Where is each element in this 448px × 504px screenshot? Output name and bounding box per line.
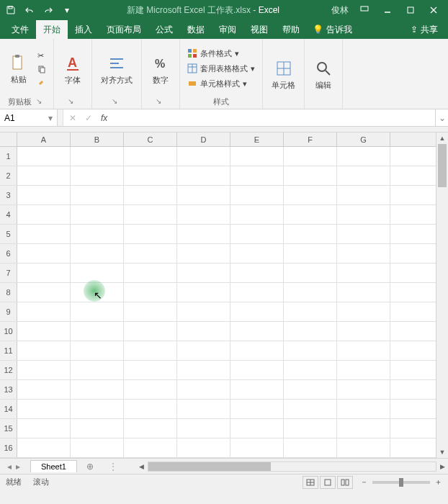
copy-button[interactable] — [36, 64, 48, 74]
maximize-icon[interactable] — [399, 2, 422, 18]
sheet-tab-1[interactable]: Sheet1 — [30, 460, 77, 472]
cell[interactable] — [17, 400, 71, 418]
cell[interactable] — [230, 322, 284, 341]
cell[interactable] — [124, 380, 177, 399]
cell[interactable] — [337, 283, 390, 302]
cell[interactable] — [177, 302, 230, 321]
save-icon[interactable] — [3, 2, 19, 18]
cell[interactable] — [71, 302, 124, 321]
cell[interactable] — [284, 166, 337, 185]
cell[interactable] — [284, 400, 337, 418]
row-header[interactable]: 15 — [0, 419, 17, 438]
row-header[interactable]: 1 — [0, 147, 17, 166]
cell[interactable] — [17, 341, 71, 360]
sheet-nav-next-icon[interactable]: ▸ — [16, 462, 20, 472]
cell[interactable] — [284, 438, 337, 457]
cell[interactable] — [17, 225, 71, 243]
cell[interactable] — [71, 205, 124, 224]
minimize-icon[interactable] — [376, 2, 399, 18]
tab-help[interactable]: 帮助 — [275, 20, 307, 39]
tab-review[interactable]: 审阅 — [212, 20, 243, 39]
view-normal-icon[interactable] — [303, 476, 318, 489]
cell[interactable] — [124, 361, 177, 379]
cell[interactable] — [230, 225, 284, 243]
cell[interactable] — [71, 283, 124, 302]
tab-home[interactable]: 开始 — [36, 20, 68, 39]
clipboard-launcher-icon[interactable]: ↘ — [36, 97, 46, 107]
cell[interactable] — [71, 438, 124, 457]
cell[interactable] — [177, 438, 230, 457]
cell[interactable] — [71, 244, 124, 263]
row-header[interactable]: 13 — [0, 380, 17, 399]
cell[interactable] — [337, 419, 390, 438]
user-name[interactable]: 俊林 — [331, 4, 349, 17]
table-format-button[interactable]: 套用表格格式 ▾ — [186, 63, 256, 75]
cell[interactable] — [71, 147, 124, 166]
cell[interactable] — [124, 341, 177, 360]
tab-insert[interactable]: 插入 — [68, 20, 99, 39]
cell[interactable] — [337, 225, 390, 243]
row-header[interactable]: 11 — [0, 341, 17, 360]
horizontal-scrollbar[interactable]: ◀ ▶ — [136, 462, 448, 472]
cell[interactable] — [230, 438, 284, 457]
cell[interactable] — [177, 205, 230, 224]
cell[interactable] — [17, 186, 71, 204]
cell[interactable] — [17, 419, 71, 438]
cell[interactable] — [71, 380, 124, 399]
cell[interactable] — [17, 147, 71, 166]
cell[interactable] — [71, 264, 124, 282]
cell[interactable] — [17, 302, 71, 321]
cell[interactable] — [230, 302, 284, 321]
row-header[interactable]: 14 — [0, 400, 17, 418]
cell[interactable] — [337, 166, 390, 185]
scroll-down-icon[interactable]: ▼ — [436, 446, 448, 458]
cell[interactable] — [177, 361, 230, 379]
cell[interactable] — [177, 380, 230, 399]
col-header[interactable]: A — [17, 132, 71, 146]
cell[interactable] — [71, 361, 124, 379]
scroll-left-icon[interactable]: ◀ — [136, 463, 148, 470]
zoom-out-icon[interactable]: － — [360, 477, 368, 487]
row-header[interactable]: 4 — [0, 205, 17, 224]
zoom-track[interactable] — [372, 481, 430, 484]
alignment-button[interactable]: 对齐方式 — [98, 52, 135, 87]
col-header[interactable]: C — [124, 132, 177, 146]
cell[interactable] — [124, 205, 177, 224]
cell[interactable] — [71, 186, 124, 204]
cell[interactable] — [337, 322, 390, 341]
number-button[interactable]: % 数字 — [148, 52, 174, 87]
scroll-up-icon[interactable]: ▲ — [436, 132, 448, 144]
cell[interactable] — [337, 361, 390, 379]
cell[interactable] — [124, 283, 177, 302]
tellme-button[interactable]: 💡 告诉我 — [307, 24, 358, 36]
cell[interactable] — [337, 438, 390, 457]
row-header[interactable]: 2 — [0, 166, 17, 185]
cell[interactable] — [17, 264, 71, 282]
add-sheet-button[interactable]: ⊕ — [81, 462, 99, 472]
cell-styles-button[interactable]: 单元格样式 ▾ — [186, 78, 256, 90]
cell[interactable] — [17, 283, 71, 302]
row-header[interactable]: 6 — [0, 244, 17, 263]
cell[interactable] — [337, 205, 390, 224]
cell[interactable] — [71, 166, 124, 185]
ribbon-options-icon[interactable] — [353, 2, 376, 18]
cell[interactable] — [284, 380, 337, 399]
cell[interactable] — [124, 264, 177, 282]
cell[interactable] — [124, 166, 177, 185]
zoom-in-icon[interactable]: ＋ — [434, 477, 442, 487]
cell[interactable] — [17, 322, 71, 341]
cell[interactable] — [124, 302, 177, 321]
cell[interactable] — [177, 341, 230, 360]
cell[interactable] — [177, 322, 230, 341]
cell[interactable] — [284, 322, 337, 341]
cell[interactable] — [284, 147, 337, 166]
cell[interactable] — [230, 264, 284, 282]
cell[interactable] — [337, 302, 390, 321]
cell[interactable] — [124, 400, 177, 418]
cell[interactable] — [230, 283, 284, 302]
undo-icon[interactable] — [22, 2, 37, 18]
tab-view[interactable]: 视图 — [243, 20, 275, 39]
cell[interactable] — [284, 302, 337, 321]
fx-icon[interactable]: fx — [101, 113, 107, 123]
cell[interactable] — [230, 166, 284, 185]
